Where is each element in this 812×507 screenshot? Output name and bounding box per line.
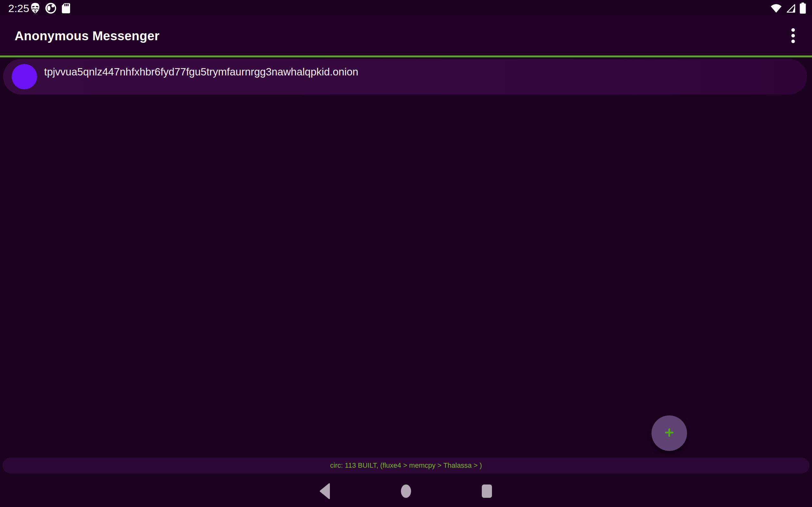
add-contact-fab[interactable]	[652, 415, 687, 451]
accent-divider	[0, 55, 812, 57]
tor-circuit-status-bar: circ: 113 BUILT, (fluxe4 > memcpy > Thal…	[3, 458, 809, 473]
app-bar: Anonymous Messenger	[0, 16, 812, 55]
orbot-onion-icon	[45, 3, 56, 14]
contact-avatar	[12, 64, 37, 89]
sd-card-icon	[61, 3, 70, 14]
contact-list-item[interactable]: tpjvvua5qnlz447nhfxhbr6fyd77fgu5trymfaur…	[3, 59, 807, 95]
recents-icon	[481, 484, 492, 499]
overflow-dot	[792, 28, 795, 32]
android-nav-bar	[0, 478, 812, 507]
nav-recents-button[interactable]	[475, 478, 498, 505]
contact-onion-address: tpjvvua5qnlz447nhfxhbr6fyd77fgu5trymfaur…	[44, 66, 358, 78]
clock: 2:25	[8, 2, 29, 14]
page-title: Anonymous Messenger	[14, 29, 159, 43]
wifi-icon	[770, 3, 782, 13]
screen: 2:25	[0, 0, 812, 507]
overflow-menu-button[interactable]	[785, 24, 801, 47]
tor-circuit-status-text: circ: 113 BUILT, (fluxe4 > memcpy > Thal…	[330, 461, 482, 469]
nav-back-button[interactable]	[313, 478, 336, 505]
nav-home-button[interactable]	[395, 478, 417, 505]
battery-icon	[799, 3, 806, 14]
status-bar: 2:25	[0, 0, 812, 16]
notification-icons	[31, 3, 70, 14]
back-icon	[320, 483, 330, 500]
overflow-dot	[792, 34, 795, 38]
overflow-dot	[792, 40, 795, 43]
system-status-icons	[770, 3, 806, 14]
anonymous-mask-icon	[31, 3, 40, 14]
home-icon	[401, 484, 411, 499]
cell-signal-icon	[786, 3, 796, 13]
plus-icon	[664, 428, 674, 439]
